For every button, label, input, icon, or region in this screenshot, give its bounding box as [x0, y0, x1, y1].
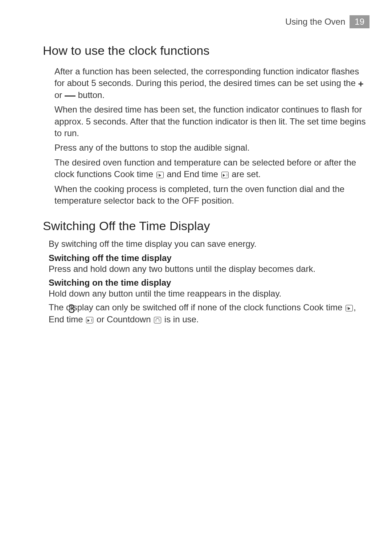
note-row: 3 The display can only be switched off i…	[47, 302, 369, 325]
page-header: Using the Oven 19	[285, 15, 369, 28]
paragraph-block: When the desired time has been set, the …	[47, 104, 369, 139]
paragraph-block: Press any of the buttons to stop the aud…	[47, 142, 369, 154]
section-heading-clock-functions: How to use the clock functions	[43, 44, 369, 58]
text-span: or Countdown	[94, 314, 153, 324]
note-number: 3	[68, 302, 75, 316]
text-span: button.	[75, 90, 105, 100]
paragraph-block: After a function has been selected, the …	[47, 66, 369, 101]
paragraph-block: The desired oven function and temperatur…	[47, 157, 369, 180]
section-heading-time-display: Switching Off the Time Display	[43, 219, 369, 233]
end-time-icon	[86, 317, 93, 323]
subheading-switch-on: Switching on the time display	[49, 278, 369, 288]
paragraph: Press any of the buttons to stop the aud…	[54, 142, 369, 154]
text-span: or	[54, 90, 65, 100]
paragraph: Hold down any button until the time reap…	[49, 288, 369, 299]
subheading-switch-off: Switching off the time display	[49, 253, 369, 263]
paragraph: The desired oven function and temperatur…	[54, 157, 369, 180]
text-span: are set.	[229, 169, 261, 179]
end-time-icon	[221, 172, 229, 178]
paragraph-block: When the cooking process is completed, t…	[47, 183, 369, 207]
cook-time-icon	[346, 305, 353, 311]
cook-time-icon	[156, 172, 164, 178]
page-number: 19	[350, 15, 369, 28]
text-span: The display can only be switched off if …	[49, 302, 345, 312]
paragraph: After a function has been selected, the …	[54, 66, 369, 101]
page-content: How to use the clock functions After a f…	[47, 44, 369, 327]
paragraph: When the desired time has been set, the …	[54, 104, 369, 139]
text-span: is in use.	[162, 314, 199, 324]
text-span: After a function has been selected, the …	[54, 66, 359, 88]
text-span: and End time	[164, 169, 221, 179]
paragraph: When the cooking process is completed, t…	[54, 183, 369, 207]
paragraph: The display can only be switched off if …	[49, 302, 369, 325]
header-title: Using the Oven	[285, 17, 345, 27]
paragraph: Press and hold down any two buttons unti…	[49, 263, 369, 275]
paragraph: By switching off the time display you ca…	[49, 238, 369, 250]
countdown-icon	[154, 317, 161, 323]
